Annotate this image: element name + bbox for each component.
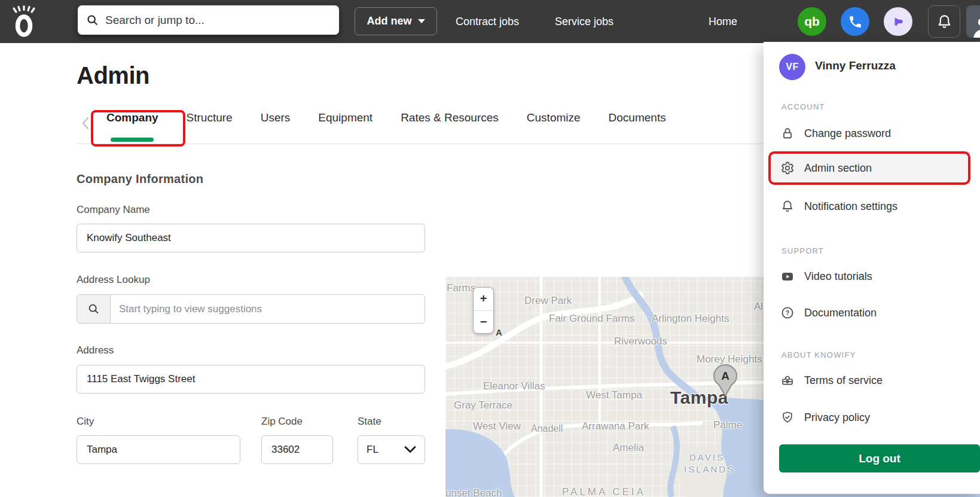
knowify-admin-page: { "colors": { "topbar_bg": "#3a3a3a", "a… [0,0,980,497]
tab-documents[interactable]: Documents [609,111,666,124]
video-icon [780,269,795,283]
menu-item-privacy-policy[interactable]: Privacy policy [780,410,870,425]
address-label: Address [77,344,114,356]
address-lookup-label: Address Lookup [77,274,150,286]
caret-down-icon [418,19,425,23]
state-label: State [358,416,381,428]
bell-icon [780,199,795,214]
annotation-box-company-tab [91,110,185,147]
tab-equipment[interactable]: Equipment [318,111,373,124]
nav-service-jobs[interactable]: Service jobs [555,0,613,43]
user-avatar-initials: VF [779,54,805,80]
map-label: Morey Heights [697,353,762,365]
menu-section-account: ACCOUNT [781,102,825,111]
admin-tabs: Company Structure Users Equipment Rates … [106,111,666,124]
map-label: Drew Park [524,295,572,307]
company-name-input[interactable] [77,224,425,252]
user-avatar-button[interactable] [966,5,980,38]
tab-users[interactable]: Users [261,111,291,124]
menu-item-label: Admin section [804,162,872,175]
person-icon [970,14,980,38]
map-label: West View [473,420,521,432]
section-title: Company Information [77,172,203,186]
map-label: Palme [713,419,742,431]
menu-section-support: SUPPORT [781,246,824,255]
map-label: Riverwoods [614,336,667,347]
tab-customize[interactable]: Customize [527,111,581,124]
menu-item-label: Video tutorials [804,270,872,283]
user-name: Vinny Ferruzza [815,59,896,72]
menu-item-label: Change password [804,127,891,140]
company-name-label: Company Name [77,204,150,216]
map-label: DAVIS [689,452,725,462]
nav-contract-jobs[interactable]: Contract jobs [456,0,519,43]
address-lookup-search-prefix [77,295,111,323]
zip-code-input[interactable] [261,435,333,464]
zoom-in-button[interactable]: + [474,288,493,311]
map-label: PALMA CEIA [562,486,646,497]
zoom-out-button[interactable]: − [474,311,493,334]
map-marker-a[interactable]: A [712,364,738,397]
menu-item-label: Documentation [804,307,877,319]
map-label: Eleanor Villas [483,380,545,392]
map-label: Al [754,301,763,313]
quickbooks-icon[interactable]: qb [798,7,826,36]
phone-icon[interactable] [841,7,869,36]
add-new-button[interactable]: Add new [355,7,437,35]
menu-item-label: Terms of service [804,374,883,387]
map-label: Arrawana Park [582,420,649,432]
search-icon [86,14,99,27]
menu-item-video-tutorials[interactable]: Video tutorials [780,269,872,284]
tab-structure[interactable]: Structure [187,111,233,124]
menu-item-documentation[interactable]: ? Documentation [780,305,877,321]
briefcase-icon [780,373,795,388]
megaphone-icon [891,14,905,29]
announcements-icon[interactable] [884,7,912,36]
phone-glyph-icon [848,14,863,29]
map-zoom-control: + − [473,287,494,334]
city-label: City [77,416,94,428]
nav-home[interactable]: Home [709,0,737,43]
map-marker-label: A [721,370,729,382]
address-input[interactable] [77,365,425,394]
menu-item-notification-settings[interactable]: Notification settings [780,199,897,214]
global-search [78,5,339,35]
shield-check-icon [780,410,795,425]
menu-item-admin-section[interactable]: Admin section [780,160,872,176]
map-label: ISLANDS [684,464,735,474]
add-new-label: Add new [367,15,412,28]
state-select[interactable]: FL [358,435,425,464]
address-lookup-group [77,294,425,324]
city-input[interactable] [77,435,240,464]
map-label: Gray Terrace [454,400,512,411]
search-input[interactable] [105,14,331,27]
zip-code-label: Zip Code [261,416,303,428]
bell-icon [936,14,952,30]
menu-item-change-password[interactable]: Change password [780,126,891,141]
map-label: Amelia [613,442,644,454]
knowify-logo-icon[interactable] [11,5,37,38]
notifications-button[interactable] [928,5,960,38]
page-title: Admin [77,62,149,89]
chevron-down-icon [404,446,416,454]
menu-item-label: Privacy policy [804,411,870,424]
address-lookup-input[interactable] [111,295,425,323]
tab-rates-resources[interactable]: Rates & Resources [401,111,499,124]
menu-section-about: ABOUT KNOWIFY [781,350,856,359]
state-select-value: FL [367,444,378,456]
map-label: Arlington Heights [652,313,729,325]
help-icon: ? [780,306,795,320]
map-label: A [496,327,502,337]
map-label: unset Beach [445,487,502,497]
gear-icon [780,161,795,175]
map-label: Fair Ground Farms [549,313,635,325]
map-label: Anadell [531,423,563,434]
logout-button[interactable]: Log out [779,444,980,472]
search-icon [87,303,100,316]
user-menu-dropdown: VF Vinny Ferruzza ACCOUNT Change passwor… [764,42,980,494]
map-label: Farms [447,282,475,294]
map-label: West Tampa [586,389,642,401]
menu-item-label: Notification settings [804,200,897,213]
top-navigation-bar: Add new Contract jobs Service jobs Home … [0,0,980,43]
menu-item-terms-of-service[interactable]: Terms of service [780,373,883,388]
